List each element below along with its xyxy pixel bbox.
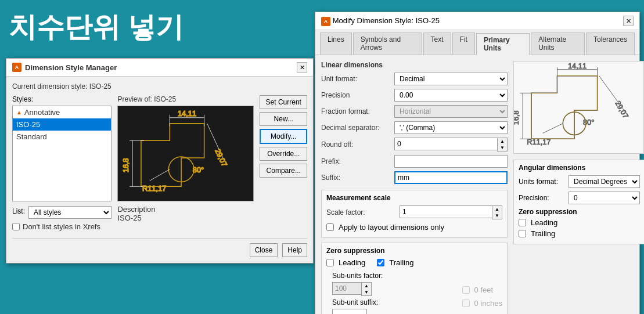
tab-symbols[interactable]: Symbols and Arrows <box>353 33 422 55</box>
mds-autocad-icon: A <box>321 17 330 26</box>
angular-zero-suppression-label: Zero suppression <box>519 208 640 216</box>
mds-right-panel: 14,11 16,8 29,07 R11,17 80° <box>513 61 644 314</box>
sub-units-factor-spinner: ▲ ▼ <box>332 282 372 296</box>
fraction-format-select[interactable]: Horizontal <box>394 105 508 118</box>
trailing-row: Trailing <box>377 258 413 267</box>
dsm-main: Styles: ▲ Annotative ISO-25 Standard Lis… <box>12 95 307 231</box>
trailing-checkbox[interactable] <box>377 259 384 266</box>
suffix-input[interactable] <box>394 171 508 184</box>
svg-text:14,11: 14,11 <box>568 62 587 70</box>
apply-layout-checkbox[interactable] <box>326 223 334 231</box>
angular-units-format-select[interactable]: Decimal Degrees <box>569 175 640 188</box>
dsm-body: Current dimension style: ISO-25 Styles: … <box>6 77 313 263</box>
tab-text[interactable]: Text <box>423 33 451 55</box>
0feet-row: 0 feet <box>462 286 502 294</box>
style-item-standard[interactable]: Standard <box>13 131 111 143</box>
sub-units-up[interactable]: ▲ <box>362 283 371 289</box>
angular-leading-row: Leading <box>519 218 640 227</box>
round-off-label: Round off: <box>321 140 391 149</box>
tab-tolerances[interactable]: Tolerances <box>586 33 635 55</box>
dsm-center-panel: Preview of: ISO-25 <box>117 95 254 231</box>
style-name: Standard <box>16 132 47 141</box>
unit-format-label: Unit format: <box>321 75 391 83</box>
dsm-left-panel: Styles: ▲ Annotative ISO-25 Standard Lis… <box>12 95 111 231</box>
list-select[interactable]: All styles <box>28 206 111 219</box>
noxref-checkbox[interactable] <box>12 223 20 230</box>
scale-factor-label: Scale factor: <box>326 208 396 216</box>
new-button[interactable]: New... <box>260 112 307 126</box>
leading-label: Leading <box>339 258 365 267</box>
sub-unit-suffix-input[interactable] <box>332 309 367 314</box>
tab-alternate-units[interactable]: Alternate Units <box>531 33 585 55</box>
leading-checkbox[interactable] <box>326 259 334 266</box>
angular-dimensions-section: Angular dimensions Units format: Decimal… <box>513 160 644 244</box>
precision-label: Precision <box>321 91 391 99</box>
styles-label: Styles: <box>12 95 111 103</box>
precision-select[interactable]: 0.00 <box>394 89 508 102</box>
sub-unit-suffix-label: Sub-unit suffix: <box>332 298 396 306</box>
linear-dimensions-label: Linear dimensions <box>321 61 508 69</box>
scale-factor-spinner-btns: ▲ ▼ <box>492 205 502 219</box>
angular-precision-select[interactable]: 0 <box>569 192 640 204</box>
modify-button[interactable]: Modify... <box>260 129 307 144</box>
angular-leading-checkbox[interactable] <box>519 219 526 226</box>
mds-preview: 14,11 16,8 29,07 R11,17 80° <box>513 61 644 154</box>
tab-fit[interactable]: Fit <box>452 33 475 55</box>
compare-button[interactable]: Compare... <box>260 164 307 178</box>
scale-factor-input[interactable] <box>400 205 492 218</box>
dsm-bottom: Close Help <box>12 238 307 257</box>
set-current-button[interactable]: Set Current <box>260 95 307 109</box>
noxref-row: Don't list styles in Xrefs <box>12 222 111 231</box>
0inches-checkbox[interactable] <box>462 299 470 307</box>
description-label: Description <box>117 205 155 214</box>
close-button[interactable]: Close <box>250 243 278 257</box>
precision-row: Precision 0.00 <box>321 89 508 102</box>
round-off-up[interactable]: ▲ <box>498 138 507 145</box>
round-off-row: Round off: ▲ ▼ <box>321 138 508 151</box>
override-button[interactable]: Override... <box>260 147 307 161</box>
angular-trailing-checkbox[interactable] <box>519 230 526 237</box>
0feet-checkbox[interactable] <box>462 286 470 294</box>
unit-format-select[interactable]: Decimal <box>394 73 508 85</box>
help-button[interactable]: Help <box>282 243 307 257</box>
0inches-row: 0 inches <box>462 299 502 308</box>
styles-listbox[interactable]: ▲ Annotative ISO-25 Standard <box>12 106 111 201</box>
sub-units-factor-label: Sub-units factor: <box>332 272 396 280</box>
style-item-iso25[interactable]: ISO-25 <box>13 118 111 131</box>
angular-dimensions-label: Angular dimensions <box>519 164 640 172</box>
mds-titlebar: A Modify Dimension Style: ISO-25 ✕ <box>315 12 639 30</box>
mds-close-button[interactable]: ✕ <box>623 16 634 26</box>
svg-text:14,11: 14,11 <box>178 109 196 118</box>
round-off-input[interactable] <box>394 138 497 150</box>
description-value: ISO-25 <box>117 214 141 222</box>
scale-factor-up[interactable]: ▲ <box>492 206 502 212</box>
autocad-icon: A <box>12 63 21 72</box>
prefix-input[interactable] <box>394 155 508 168</box>
dsm-description: Description ISO-25 <box>117 205 254 222</box>
preview-svg: 14,11 16,8 29,07 R11,17 <box>118 106 253 201</box>
svg-text:16,8: 16,8 <box>122 158 131 172</box>
style-name: ISO-25 <box>16 120 40 129</box>
list-label: List: <box>12 207 25 215</box>
angular-precision-row: Precision: 0 <box>519 192 640 204</box>
style-item-annotative[interactable]: ▲ Annotative <box>13 106 111 118</box>
zero-suppression-label: Zero suppression <box>326 247 502 255</box>
dsm-close-button[interactable]: ✕ <box>297 62 307 73</box>
style-name: Annotative <box>24 108 60 117</box>
sub-unit-suffix-row: Sub-unit suffix: <box>332 298 456 306</box>
fraction-format-row: Fraction format: Horizontal <box>321 105 508 118</box>
round-off-down[interactable]: ▼ <box>498 145 507 151</box>
prefix-label: Prefix: <box>321 157 391 165</box>
suffix-row: Suffix: <box>321 171 508 184</box>
sub-units-down[interactable]: ▼ <box>362 289 371 295</box>
round-off-spinner: ▲ ▼ <box>394 138 508 151</box>
apply-layout-label: Apply to layout dimensions only <box>339 223 444 232</box>
scale-factor-down[interactable]: ▼ <box>492 212 502 219</box>
prefix-row: Prefix: <box>321 155 508 168</box>
decimal-separator-label: Decimal separator: <box>321 124 391 132</box>
sub-units-factor-input[interactable] <box>332 282 361 295</box>
tab-primary-units[interactable]: Primary Units <box>476 33 530 55</box>
tab-lines[interactable]: Lines <box>320 33 352 55</box>
decimal-separator-select[interactable]: ',' (Comma) <box>394 121 508 134</box>
mds-title: Modify Dimension Style: ISO-25 <box>333 16 440 25</box>
